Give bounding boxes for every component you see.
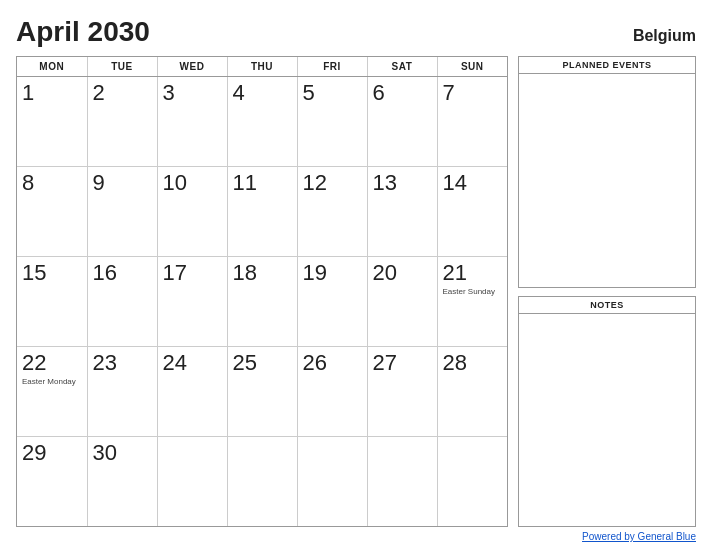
day-number: 19	[303, 261, 362, 285]
calendar-cell	[437, 436, 507, 526]
notes-content	[519, 314, 695, 527]
calendar-cell: 7	[437, 77, 507, 167]
planned-events-header: PLANNED EVENTS	[519, 57, 695, 74]
day-number: 7	[443, 81, 503, 105]
day-number: 30	[93, 441, 152, 465]
planned-events-content	[519, 74, 695, 287]
calendar-cell: 22Easter Monday	[17, 346, 87, 436]
day-number: 28	[443, 351, 503, 375]
calendar-cell: 25	[227, 346, 297, 436]
calendar-cell: 21Easter Sunday	[437, 256, 507, 346]
day-number: 5	[303, 81, 362, 105]
day-number: 27	[373, 351, 432, 375]
event-label: Easter Monday	[22, 377, 82, 387]
calendar-cell: 3	[157, 77, 227, 167]
day-number: 18	[233, 261, 292, 285]
calendar-week-2: 891011121314	[17, 166, 507, 256]
day-number: 11	[233, 171, 292, 195]
dow-header-fri: FRI	[297, 57, 367, 77]
powered-by-link[interactable]: Powered by General Blue	[582, 531, 696, 542]
calendar-week-3: 15161718192021Easter Sunday	[17, 256, 507, 346]
day-number: 1	[22, 81, 82, 105]
footer: Powered by General Blue	[16, 531, 696, 542]
day-number: 20	[373, 261, 432, 285]
calendar-cell: 4	[227, 77, 297, 167]
calendar-cell: 24	[157, 346, 227, 436]
day-number: 17	[163, 261, 222, 285]
planned-events-box: PLANNED EVENTS	[518, 56, 696, 288]
calendar-cell: 15	[17, 256, 87, 346]
calendar-cell: 5	[297, 77, 367, 167]
day-number: 9	[93, 171, 152, 195]
calendar-cell: 23	[87, 346, 157, 436]
day-number: 12	[303, 171, 362, 195]
calendar-cell	[157, 436, 227, 526]
dow-header-wed: WED	[157, 57, 227, 77]
calendar-cell: 8	[17, 166, 87, 256]
dow-header-mon: MON	[17, 57, 87, 77]
calendar-cell: 27	[367, 346, 437, 436]
calendar-cell: 28	[437, 346, 507, 436]
dow-header-thu: THU	[227, 57, 297, 77]
calendar-cell: 10	[157, 166, 227, 256]
calendar-cell: 12	[297, 166, 367, 256]
dow-header-sun: SUN	[437, 57, 507, 77]
month-title: April 2030	[16, 16, 150, 48]
calendar-week-5: 2930	[17, 436, 507, 526]
calendar-week-1: 1234567	[17, 77, 507, 167]
day-number: 22	[22, 351, 82, 375]
dow-header-tue: TUE	[87, 57, 157, 77]
calendar-cell: 26	[297, 346, 367, 436]
day-number: 26	[303, 351, 362, 375]
day-number: 4	[233, 81, 292, 105]
calendar-cell: 1	[17, 77, 87, 167]
day-number: 2	[93, 81, 152, 105]
event-label: Easter Sunday	[443, 287, 503, 297]
day-number: 13	[373, 171, 432, 195]
day-number: 29	[22, 441, 82, 465]
calendar-cell: 19	[297, 256, 367, 346]
calendar-cell: 11	[227, 166, 297, 256]
day-number: 23	[93, 351, 152, 375]
calendar-cell: 2	[87, 77, 157, 167]
calendar-cell: 13	[367, 166, 437, 256]
calendar-cell: 6	[367, 77, 437, 167]
calendar-cell: 29	[17, 436, 87, 526]
calendar-cell	[227, 436, 297, 526]
day-number: 8	[22, 171, 82, 195]
calendar-cell	[367, 436, 437, 526]
day-number: 3	[163, 81, 222, 105]
calendar-cell: 16	[87, 256, 157, 346]
calendar-cell: 30	[87, 436, 157, 526]
calendar-cell	[297, 436, 367, 526]
day-number: 6	[373, 81, 432, 105]
day-number: 24	[163, 351, 222, 375]
day-number: 21	[443, 261, 503, 285]
calendar-cell: 20	[367, 256, 437, 346]
notes-header: NOTES	[519, 297, 695, 314]
side-section: PLANNED EVENTS NOTES	[518, 56, 696, 527]
calendar-cell: 18	[227, 256, 297, 346]
day-number: 14	[443, 171, 503, 195]
calendar-cell: 17	[157, 256, 227, 346]
calendar-cell: 9	[87, 166, 157, 256]
day-number: 15	[22, 261, 82, 285]
day-number: 25	[233, 351, 292, 375]
day-number: 16	[93, 261, 152, 285]
day-number: 10	[163, 171, 222, 195]
calendar: MONTUEWEDTHUFRISATSUN 123456789101112131…	[16, 56, 508, 527]
calendar-cell: 14	[437, 166, 507, 256]
calendar-week-4: 22Easter Monday232425262728	[17, 346, 507, 436]
notes-box: NOTES	[518, 296, 696, 528]
dow-header-sat: SAT	[367, 57, 437, 77]
country-title: Belgium	[633, 27, 696, 45]
